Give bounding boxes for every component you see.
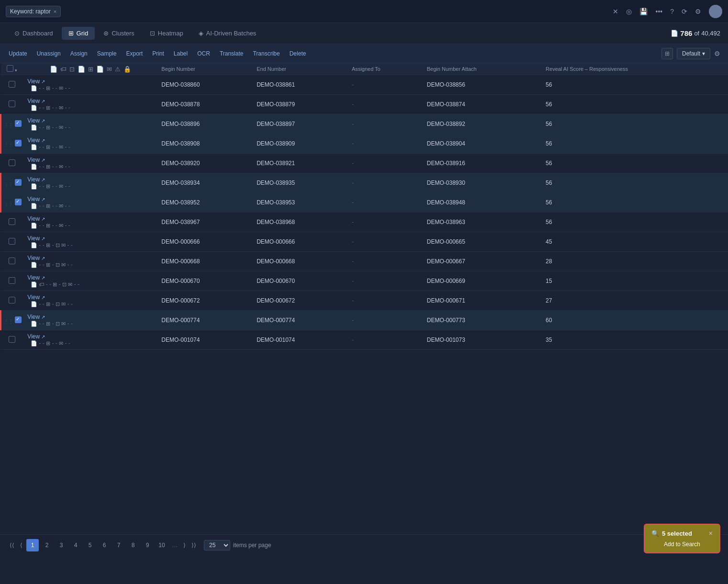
row-checkbox[interactable]	[9, 277, 15, 284]
save-icon[interactable]: 💾	[639, 8, 648, 15]
select-all-header[interactable]: ▾	[1, 63, 24, 75]
end-number: DEMO-000668	[253, 252, 348, 271]
add-to-search-button[interactable]: Add to Search	[651, 540, 713, 548]
assigned-to-header[interactable]: Assigned To	[348, 63, 423, 75]
row-checkbox[interactable]	[15, 316, 22, 323]
view-link[interactable]: View ↗	[27, 294, 154, 301]
row-checkbox[interactable]	[9, 238, 15, 245]
ocr-button[interactable]: OCR	[196, 48, 211, 59]
first-page-button[interactable]: ⟨⟨	[8, 542, 16, 549]
target-icon[interactable]: ◎	[626, 8, 632, 15]
next-page-button[interactable]: ⟩	[181, 542, 188, 549]
page-1-button[interactable]: 1	[26, 539, 39, 551]
external-link-icon: ↗	[41, 314, 45, 320]
prev-page-button[interactable]: ⟨	[18, 542, 24, 549]
page-6-button[interactable]: 6	[98, 539, 111, 551]
drag-handle[interactable]: ⋮⋮	[4, 201, 13, 206]
drag-handle[interactable]: ⋮⋮	[4, 319, 13, 324]
unassign-button[interactable]: Unassign	[36, 48, 62, 59]
per-page-select[interactable]: 25 50 100	[204, 540, 230, 550]
drag-handle[interactable]: ⋮⋮	[4, 181, 13, 187]
tab-clusters[interactable]: ⊛ Clusters	[97, 27, 141, 40]
begin-attach-header[interactable]: Begin Number Attach	[423, 63, 542, 75]
assigned-to-cell: -	[348, 134, 423, 154]
email-icon: ✉	[59, 340, 63, 346]
tab-dashboard[interactable]: ⊙ Dashboard	[8, 27, 60, 40]
row-checkbox[interactable]	[9, 159, 15, 166]
select-all-checkbox[interactable]	[7, 65, 13, 72]
row-checkbox[interactable]	[15, 199, 22, 205]
view-link[interactable]: View ↗	[27, 137, 154, 144]
update-button[interactable]: Update	[8, 48, 28, 59]
page-5-button[interactable]: 5	[84, 539, 96, 551]
view-link[interactable]: View ↗	[27, 78, 154, 85]
delete-button[interactable]: Delete	[289, 48, 307, 59]
table-row: View ↗ 📄 - - ⊞ - ⊡ ✉ - - DEMO-000668DEMO…	[1, 252, 728, 271]
tab-heatmap[interactable]: ⊡ Heatmap	[143, 27, 190, 40]
external-link-icon: ↗	[41, 157, 45, 163]
view-link[interactable]: View ↗	[27, 235, 154, 242]
doc2-header-icon: 📄	[78, 66, 85, 73]
row-checkbox[interactable]	[9, 218, 15, 225]
chevron-down-icon[interactable]: ▾	[15, 68, 17, 73]
view-link[interactable]: View ↗	[27, 157, 154, 163]
row-checkbox[interactable]	[9, 336, 15, 343]
assign-button[interactable]: Assign	[69, 48, 89, 59]
row-actions-cell: View ↗ 📄 - - ⊞ - - ✉ - -	[23, 193, 157, 213]
last-page-button[interactable]: ⟩⟩	[190, 542, 198, 549]
row-checkbox[interactable]	[9, 81, 15, 88]
label-button[interactable]: Label	[173, 48, 189, 59]
row-checkbox[interactable]	[15, 120, 22, 127]
keyword-tag[interactable]: Keyword: raptor ×	[6, 6, 61, 17]
drag-handle[interactable]: ⋮⋮	[4, 142, 13, 147]
default-dropdown[interactable]: Default ▾	[677, 48, 710, 59]
view-link[interactable]: View ↗	[27, 314, 154, 320]
selected-count-label: 5 selected	[662, 530, 692, 537]
transcribe-button[interactable]: Transcribe	[252, 48, 280, 59]
export-button[interactable]: Export	[125, 48, 144, 59]
begin-number-header[interactable]: Begin Number	[157, 63, 253, 75]
page-9-button[interactable]: 9	[141, 539, 154, 551]
page-4-button[interactable]: 4	[69, 539, 82, 551]
help-icon[interactable]: ?	[670, 8, 674, 15]
view-link[interactable]: View ↗	[27, 274, 154, 281]
selected-popup-close[interactable]: ×	[709, 529, 713, 537]
keyword-close-icon[interactable]: ×	[54, 9, 56, 14]
row-checkbox[interactable]	[9, 258, 15, 264]
tab-grid[interactable]: ⊞ Grid	[62, 27, 95, 40]
view-link[interactable]: View ↗	[27, 215, 154, 222]
row-checkbox[interactable]	[15, 179, 22, 186]
end-number-header[interactable]: End Number	[253, 63, 348, 75]
row-checkbox[interactable]	[9, 297, 15, 303]
page-10-button[interactable]: 10	[156, 539, 168, 551]
sample-button[interactable]: Sample	[96, 48, 118, 59]
ai-score-header[interactable]: Reveal AI Score – Responsiveness	[542, 63, 728, 75]
ai-icon: ◈	[199, 30, 203, 37]
page-8-button[interactable]: 8	[127, 539, 139, 551]
gear-icon[interactable]: ⚙	[695, 8, 701, 15]
drag-handle[interactable]: ⋮⋮	[4, 123, 13, 128]
row-checkbox-cell	[1, 232, 24, 252]
translate-button[interactable]: Translate	[219, 48, 245, 59]
page-2-button[interactable]: 2	[41, 539, 53, 551]
tab-ai-batches[interactable]: ◈ AI-Driven Batches	[192, 27, 263, 40]
more-icon[interactable]: •••	[655, 8, 662, 15]
close-icon[interactable]: ✕	[613, 8, 618, 15]
view-link[interactable]: View ↗	[27, 333, 154, 340]
items-per-page: 25 50 100 items per page	[204, 540, 271, 550]
view-link[interactable]: View ↗	[27, 176, 154, 183]
row-checkbox[interactable]	[15, 140, 22, 146]
avatar[interactable]	[709, 5, 722, 18]
row-checkbox[interactable]	[9, 101, 15, 107]
page-7-button[interactable]: 7	[112, 539, 125, 551]
view-link[interactable]: View ↗	[27, 117, 154, 124]
settings-icon[interactable]: ⚙	[714, 50, 720, 57]
print-button[interactable]: Print	[151, 48, 165, 59]
page-3-button[interactable]: 3	[55, 539, 67, 551]
view-link[interactable]: View ↗	[27, 98, 154, 104]
begin-number: DEMO-000666	[157, 232, 253, 252]
refresh-icon[interactable]: ⟳	[682, 8, 687, 15]
grid-toggle-button[interactable]: ⊞	[661, 48, 673, 59]
view-link[interactable]: View ↗	[27, 196, 154, 202]
view-link[interactable]: View ↗	[27, 255, 154, 261]
